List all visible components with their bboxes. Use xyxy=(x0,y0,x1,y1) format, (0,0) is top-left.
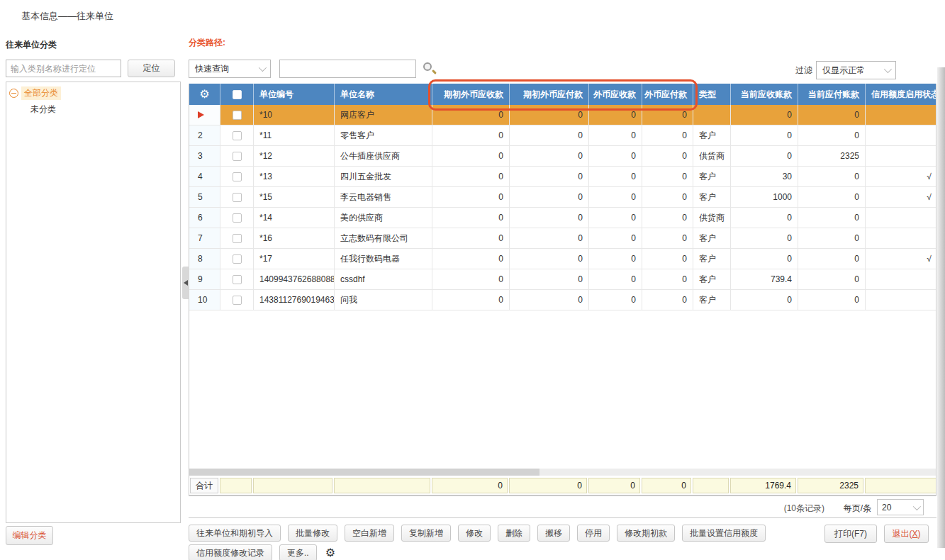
action-button-credit-log[interactable]: 信用额度修改记录 xyxy=(189,544,272,560)
filter-select[interactable]: 仅显示正常 xyxy=(816,61,896,79)
row-checkbox[interactable] xyxy=(233,254,242,264)
table-row[interactable]: 1014381127690194634问我0000客户00 xyxy=(189,290,936,310)
per-page-select[interactable]: 20 xyxy=(877,499,924,515)
row-checkbox[interactable] xyxy=(233,131,242,140)
row-checkbox[interactable] xyxy=(233,193,242,202)
table-row[interactable]: 3*12公牛插座供应商0000供货商02325 xyxy=(189,146,936,167)
cell-code: *10 xyxy=(254,105,335,125)
chevron-down-icon xyxy=(913,502,921,510)
column-header-current_payable[interactable]: 当前应付账款 xyxy=(798,84,866,105)
column-header-type[interactable]: 类型 xyxy=(693,84,731,105)
vertical-scrollbar[interactable] xyxy=(937,67,945,548)
table-row[interactable]: *10网店客户000000 xyxy=(189,105,936,125)
cell-fx_receivable: 0 xyxy=(589,208,642,228)
cell-credit_enabled xyxy=(866,228,936,249)
collapse-arrow-icon xyxy=(184,280,188,286)
table-row[interactable]: 6*14美的供应商0000供货商00 xyxy=(189,208,936,228)
table-row[interactable]: 8*17任我行数码电器0000客户00√ xyxy=(189,249,936,269)
cell-type: 客户 xyxy=(693,228,731,249)
total-cell-init_fx_receivable: 0 xyxy=(432,478,508,493)
column-header-fx_payable[interactable]: 外币应付款 xyxy=(642,84,693,105)
cell-type xyxy=(693,105,731,125)
cell-credit_enabled xyxy=(866,105,936,125)
search-icon[interactable] xyxy=(423,62,437,76)
cell-fx_receivable: 0 xyxy=(589,249,642,269)
exit-prefix: 退出( xyxy=(892,528,912,540)
table-row[interactable]: 2*11零售客户0000客户00 xyxy=(189,125,936,146)
column-header-fx_receivable[interactable]: 外币应收款 xyxy=(589,84,642,105)
sidebar-collapse-handle[interactable] xyxy=(182,267,189,299)
column-header-name[interactable]: 单位名称 xyxy=(335,84,432,105)
action-button-1[interactable]: 批量修改 xyxy=(288,525,337,542)
locate-button[interactable]: 定位 xyxy=(128,60,175,77)
column-header-num[interactable]: ⚙ xyxy=(189,84,220,105)
cell-current_receivable: 0 xyxy=(731,290,798,310)
row-checkbox[interactable] xyxy=(233,296,242,305)
table-row[interactable]: 914099437626880888cssdhf0000客户739.40 xyxy=(189,269,936,290)
total-cell-fx_receivable: 0 xyxy=(588,478,640,493)
cell-fx_payable: 0 xyxy=(642,146,693,167)
cell-credit_enabled: √ xyxy=(866,167,936,187)
tree-item-all-categories[interactable]: 全部分类 xyxy=(9,86,61,100)
cell-type: 客户 xyxy=(693,187,731,208)
column-header-current_receivable[interactable]: 当前应收账款 xyxy=(731,84,798,105)
cell-init_fx_receivable: 0 xyxy=(432,125,510,146)
table-row[interactable]: 5*15李云电器销售0000客户10000√ xyxy=(189,187,936,208)
row-checkbox[interactable] xyxy=(233,213,242,223)
tree-item-uncategorized[interactable]: 未分类 xyxy=(28,102,59,117)
more-button[interactable]: 更多.. xyxy=(279,544,317,560)
quick-query-select[interactable]: 快速查询 xyxy=(189,60,271,78)
action-button-8[interactable]: 修改期初款 xyxy=(617,525,675,542)
print-button[interactable]: 打印(F7) xyxy=(824,525,877,543)
cell-current_receivable: 1000 xyxy=(731,187,798,208)
cell-type: 供货商 xyxy=(693,208,731,228)
row-number-cell xyxy=(189,105,220,125)
cell-fx_receivable: 0 xyxy=(589,125,642,146)
row-checkbox[interactable] xyxy=(233,111,242,120)
quick-query-value: 快速查询 xyxy=(195,63,229,75)
column-header-credit_enabled[interactable]: 信用额度启用状态 xyxy=(866,84,936,105)
action-button-0[interactable]: 往来单位和期初导入 xyxy=(189,525,281,542)
horizontal-scrollbar[interactable] xyxy=(189,469,936,476)
search-input[interactable] xyxy=(279,60,416,78)
cell-fx_payable: 0 xyxy=(642,167,693,187)
table-settings-gear-icon[interactable]: ⚙ xyxy=(199,89,209,100)
row-checkbox[interactable] xyxy=(233,275,242,284)
column-header-check[interactable] xyxy=(220,84,254,105)
per-page-value: 20 xyxy=(882,503,891,513)
total-row: 合计00001769.42325 xyxy=(189,476,936,495)
cell-name: 公牛插座供应商 xyxy=(335,146,432,167)
table-row[interactable]: 7*16立志数码有限公司0000客户00 xyxy=(189,228,936,249)
cell-current_payable: 0 xyxy=(798,167,866,187)
table-row[interactable]: 4*13四川五金批发0000客户300√ xyxy=(189,167,936,187)
action-button-2[interactable]: 空白新增 xyxy=(345,525,394,542)
column-header-code[interactable]: 单位编号 xyxy=(254,84,335,105)
action-button-9[interactable]: 批量设置信用额度 xyxy=(682,525,766,542)
action-button-3[interactable]: 复制新增 xyxy=(401,525,451,542)
action-button-4[interactable]: 修改 xyxy=(458,525,491,542)
edit-category-button[interactable]: 编辑分类 xyxy=(6,526,53,545)
exit-button[interactable]: 退出(X) xyxy=(884,525,929,543)
category-locate-input[interactable] xyxy=(6,60,121,77)
settings-gear-icon[interactable]: ⚙ xyxy=(325,547,335,559)
total-cell-init_fx_payable: 0 xyxy=(509,478,587,493)
select-all-checkbox[interactable] xyxy=(233,90,242,99)
cell-credit_enabled xyxy=(866,269,936,290)
horizontal-scrollbar-thumb[interactable] xyxy=(189,469,539,476)
column-header-init_fx_payable[interactable]: 期初外币应付款 xyxy=(510,84,589,105)
action-button-5[interactable]: 删除 xyxy=(498,525,530,542)
cell-code: *12 xyxy=(254,146,335,167)
action-button-6[interactable]: 搬移 xyxy=(537,525,570,542)
cell-name: cssdhf xyxy=(335,269,432,290)
cell-type: 客户 xyxy=(693,249,731,269)
row-checkbox[interactable] xyxy=(233,152,242,161)
row-checkbox[interactable] xyxy=(233,172,242,181)
action-button-7[interactable]: 停用 xyxy=(577,525,610,542)
category-tree: 全部分类 未分类 xyxy=(6,82,181,523)
column-header-init_fx_receivable[interactable]: 期初外币应收款 xyxy=(432,84,510,105)
row-checkbox-cell xyxy=(220,187,254,208)
cell-fx_receivable: 0 xyxy=(589,105,642,125)
cell-name: 问我 xyxy=(335,290,432,310)
row-checkbox[interactable] xyxy=(233,234,242,243)
collapse-minus-icon[interactable] xyxy=(9,89,18,98)
